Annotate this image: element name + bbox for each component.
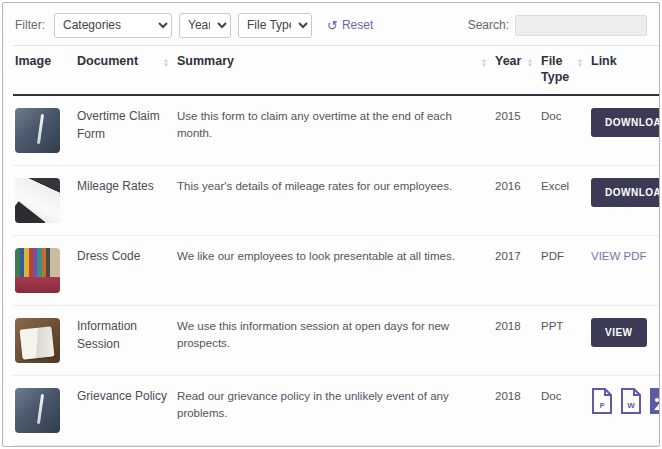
view-pdf-link[interactable]: VIEW PDF: [591, 250, 647, 262]
sort-icon[interactable]: ▲▼: [577, 58, 583, 68]
document-summary: We use this information session at open …: [175, 306, 493, 376]
svg-text:P: P: [600, 402, 605, 409]
document-summary: This year's details of mileage rates for…: [175, 166, 493, 236]
reset-button[interactable]: ↺ Reset: [327, 18, 373, 32]
document-name: Grievance Policy: [75, 376, 175, 446]
table-row: Dress Code We like our employees to look…: [13, 236, 660, 306]
document-name: Information Session: [75, 306, 175, 376]
file-image-icon[interactable]: [649, 388, 660, 414]
column-header-image: Image: [13, 46, 75, 96]
document-name: Staff Induction Policy: [75, 446, 175, 447]
sort-icon[interactable]: ▲▼: [527, 58, 533, 68]
thumbnail-pen-on-paper: [15, 108, 60, 153]
file-type-select[interactable]: File Type: [238, 13, 312, 38]
table-row: Mileage Rates This year's details of mil…: [13, 166, 660, 236]
thumbnail-coloured-pencils: [15, 248, 60, 293]
download-button[interactable]: DOWNLOAD: [591, 108, 660, 137]
search-label: Search:: [468, 18, 509, 32]
document-year: 2018: [493, 306, 539, 376]
table-row: Information Session We use this informat…: [13, 306, 660, 376]
filter-label: Filter:: [15, 18, 45, 32]
file-pdf-icon[interactable]: P: [591, 388, 613, 414]
sort-icon[interactable]: ▲▼: [481, 58, 487, 68]
document-file-type: Excel: [539, 166, 589, 236]
sort-icon[interactable]: ▲▼: [163, 58, 169, 68]
column-header-document[interactable]: Document ▲▼: [75, 46, 175, 96]
year-select[interactable]: Year: [179, 13, 231, 38]
svg-text:W: W: [627, 401, 635, 410]
document-file-type: PDF: [539, 236, 589, 306]
document-name: Overtime Claim Form: [75, 95, 175, 166]
view-button[interactable]: VIEW: [591, 318, 647, 347]
documents-widget: Filter: Categories Year File Type ↺ Rese…: [2, 2, 660, 447]
filter-bar: Filter: Categories Year File Type ↺ Rese…: [3, 3, 659, 45]
column-header-summary[interactable]: Summary ▲▼: [175, 46, 493, 96]
document-summary: Read our grievance policy in the unlikel…: [175, 376, 493, 446]
thumbnail-hand-writing: [15, 178, 60, 223]
document-summary: All our staff receive an in-depth induct…: [175, 446, 493, 447]
document-summary: We like our employees to look presentabl…: [175, 236, 493, 306]
table-header-row: Image Document ▲▼ Summary ▲▼ Year ▲▼ Fil…: [13, 46, 660, 96]
search-input[interactable]: [515, 15, 647, 36]
column-header-link[interactable]: Link ▲▼: [589, 46, 660, 96]
document-name: Mileage Rates: [75, 166, 175, 236]
document-year: 2015: [493, 95, 539, 166]
table-row: Staff Induction Policy All our staff rec…: [13, 446, 660, 447]
thumbnail-pen-on-paper: [15, 388, 60, 433]
document-year: 2015: [493, 446, 539, 447]
document-file-type: Doc: [539, 95, 589, 166]
document-name: Dress Code: [75, 236, 175, 306]
document-file-type: PDF: [539, 446, 589, 447]
download-button[interactable]: DOWNLOAD: [591, 178, 660, 207]
column-header-file-type[interactable]: File Type ▲▼: [539, 46, 589, 96]
document-year: 2016: [493, 166, 539, 236]
file-word-icon[interactable]: W: [620, 388, 642, 414]
documents-table: Image Document ▲▼ Summary ▲▼ Year ▲▼ Fil…: [13, 45, 660, 447]
document-summary: Use this form to claim any overtime at t…: [175, 95, 493, 166]
reset-icon: ↺: [327, 19, 338, 32]
table-row: Grievance Policy Read our grievance poli…: [13, 376, 660, 446]
document-file-type: Doc: [539, 376, 589, 446]
document-file-type: PPT: [539, 306, 589, 376]
document-year: 2017: [493, 236, 539, 306]
column-header-year[interactable]: Year ▲▼: [493, 46, 539, 96]
reset-label: Reset: [342, 18, 373, 32]
document-year: 2018: [493, 376, 539, 446]
categories-select[interactable]: Categories: [54, 13, 172, 38]
thumbnail-open-book: [15, 318, 60, 363]
table-row: Overtime Claim Form Use this form to cla…: [13, 95, 660, 166]
